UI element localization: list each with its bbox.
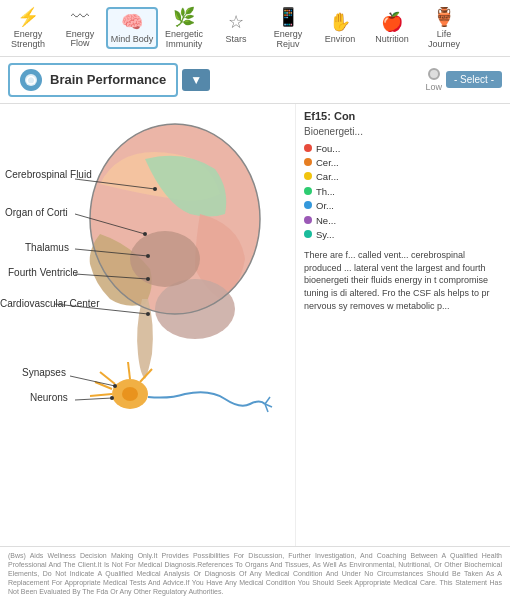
svg-point-6 [153, 187, 157, 191]
dot-icon [304, 201, 312, 209]
nav-label-energy-flow: Energy Flow [56, 30, 104, 50]
nav-label-nutrition: Nutrition [375, 35, 409, 45]
brain-area: Cerebrospinal Fluid Organ of Corti Thala… [0, 104, 295, 554]
life-journey-icon: 🏺 [433, 6, 455, 28]
dot-icon [304, 144, 312, 152]
dropdown-bar: Brain Performance ▼ Low - Select - [0, 57, 510, 104]
info-body-text: There are f... called vent... cerebrospi… [304, 249, 502, 312]
dot-icon [304, 172, 312, 180]
dot-icon [304, 187, 312, 195]
cardiovascular-center-label: Cardiovascular Center [0, 298, 100, 309]
svg-line-20 [128, 362, 130, 379]
nav-label-energetic-immunity: Energetic Immunity [160, 30, 208, 50]
low-label: Low [425, 82, 442, 92]
nav-label-stars: Stars [225, 35, 246, 45]
info-title: Ef15: Con [304, 110, 502, 122]
svg-line-27 [75, 398, 112, 400]
svg-point-12 [146, 277, 150, 281]
nav-item-environ[interactable]: ✋ Environ [314, 9, 366, 47]
brain-performance-icon [20, 69, 42, 91]
low-indicator: Low [425, 68, 442, 92]
info-subtitle: Bioenergeti... [304, 126, 502, 137]
disclaimer-text: (Bws) Aids Wellness Decision Making Only… [0, 546, 510, 600]
cerebrospinal-fluid-label: Cerebrospinal Fluid [5, 169, 92, 180]
nav-label-energy-strength: Energy Strength [4, 30, 52, 50]
nav-item-energy-rejuv[interactable]: 📱 Energy Rejuv [262, 4, 314, 52]
info-panel: Ef15: Con Bioenergeti... Fou... Cer... C… [295, 104, 510, 554]
svg-point-14 [146, 312, 150, 316]
svg-point-8 [143, 232, 147, 236]
energetic-immunity-icon: 🌿 [173, 6, 195, 28]
nav-item-nutrition[interactable]: 🍎 Nutrition [366, 9, 418, 47]
svg-line-19 [100, 372, 115, 384]
nav-label-life-journey: Life Journey [420, 30, 468, 50]
nav-item-stars[interactable]: ☆ Stars [210, 9, 262, 47]
nav-item-energetic-immunity[interactable]: 🌿 Energetic Immunity [158, 4, 210, 52]
dot-icon [304, 230, 312, 238]
dropdown-arrow-button[interactable]: ▼ [182, 69, 210, 91]
nav-label-environ: Environ [325, 35, 356, 45]
info-list-item: Fou... [304, 143, 502, 155]
low-circle [428, 68, 440, 80]
nav-item-mind-body[interactable]: 🧠 Mind Body [106, 7, 158, 49]
nav-item-life-journey[interactable]: 🏺 Life Journey [418, 4, 470, 52]
svg-line-22 [265, 397, 270, 404]
fourth-ventricle-label: Fourth Ventricle [8, 267, 78, 278]
nav-item-energy-strength[interactable]: ⚡ Energy Strength [2, 4, 54, 52]
info-list-item: Car... [304, 171, 502, 183]
top-navigation: ⚡ Energy Strength 〰 Energy Flow 🧠 Mind B… [0, 0, 510, 57]
synapses-label: Synapses [22, 367, 66, 378]
main-content: Cerebrospinal Fluid Organ of Corti Thala… [0, 104, 510, 554]
select-button[interactable]: - Select - [446, 71, 502, 88]
nav-label-mind-body: Mind Body [111, 35, 154, 45]
info-list: Fou... Cer... Car... Th... Or... Ne... [304, 143, 502, 241]
dot-icon [304, 216, 312, 224]
energy-rejuv-icon: 📱 [277, 6, 299, 28]
stars-icon: ☆ [228, 11, 244, 33]
info-list-item: Sy... [304, 229, 502, 241]
nutrition-icon: 🍎 [381, 11, 403, 33]
thalamus-label: Thalamus [25, 242, 69, 253]
nav-label-energy-rejuv: Energy Rejuv [264, 30, 312, 50]
energy-flow-icon: 〰 [71, 7, 89, 28]
svg-point-16 [122, 387, 138, 401]
mind-body-icon: 🧠 [121, 11, 143, 33]
energy-strength-icon: ⚡ [17, 6, 39, 28]
organ-of-corti-label: Organ of Corti [5, 207, 68, 218]
neurons-label: Neurons [30, 392, 68, 403]
info-list-item: Th... [304, 186, 502, 198]
nav-item-energy-flow[interactable]: 〰 Energy Flow [54, 5, 106, 52]
svg-point-2 [155, 279, 235, 339]
svg-point-26 [113, 384, 117, 388]
brain-svg [24, 73, 38, 87]
svg-point-10 [146, 254, 150, 258]
svg-point-28 [110, 396, 114, 400]
svg-line-18 [90, 394, 112, 396]
dot-icon [304, 158, 312, 166]
brain-performance-dropdown[interactable]: Brain Performance [8, 63, 178, 97]
dropdown-selected-label: Brain Performance [50, 72, 166, 87]
environ-icon: ✋ [329, 11, 351, 33]
info-list-item: Or... [304, 200, 502, 212]
info-list-item: Ne... [304, 215, 502, 227]
info-list-item: Cer... [304, 157, 502, 169]
